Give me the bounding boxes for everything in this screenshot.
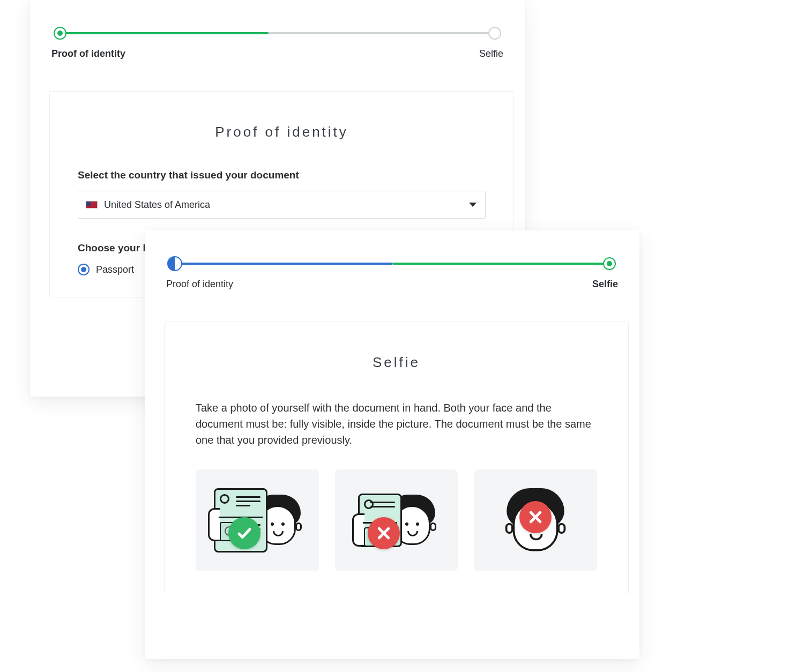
stepper-node-selfie-b[interactable] [603, 257, 616, 270]
check-icon [228, 517, 260, 549]
stepper-labels: Proof of identity Selfie [49, 48, 505, 59]
selfie-example-good [196, 469, 319, 571]
step-label-proof: Proof of identity [51, 48, 125, 59]
step-label-proof-b: Proof of identity [166, 279, 233, 290]
progress-stepper: Proof of identity Selfie [49, 24, 505, 72]
radio-selected-icon [78, 264, 90, 275]
cross-icon [368, 517, 400, 549]
selfie-example-bad-partial [335, 469, 458, 571]
panel-title: Proof of identity [78, 124, 486, 140]
stepper-labels-b: Proof of identity Selfie [164, 279, 620, 290]
stepper-fill-green [392, 263, 610, 265]
idtype-option-label: Passport [96, 264, 134, 275]
stepper-fill [60, 32, 269, 34]
progress-stepper-b: Proof of identity Selfie [164, 254, 620, 302]
selfie-panel-title: Selfie [196, 354, 597, 371]
selfie-panel: Selfie Take a photo of yourself with the… [164, 322, 629, 593]
stepper-track-b [175, 263, 609, 265]
selfie-instructions: Take a photo of yourself with the docume… [196, 400, 597, 448]
step-label-selfie-b: Selfie [592, 279, 618, 290]
country-selected-text: United States of America [104, 199, 210, 211]
country-select[interactable]: United States of America [78, 191, 486, 219]
stepper-track [60, 32, 495, 34]
stepper-node-proof-b[interactable] [167, 256, 182, 271]
country-field-label: Select the country that issued your docu… [78, 169, 486, 181]
stepper-node-proof[interactable] [54, 27, 66, 40]
flag-us-icon [86, 201, 98, 208]
selfie-card: Proof of identity Selfie Selfie Take a p… [145, 230, 639, 659]
stepper-fill-blue [175, 263, 392, 265]
stepper-node-selfie[interactable] [488, 27, 501, 40]
chevron-down-icon [469, 203, 477, 207]
selfie-example-bad-noid [474, 469, 597, 571]
cross-icon [519, 501, 552, 533]
selfie-examples-row [196, 469, 597, 571]
step-label-selfie: Selfie [479, 48, 503, 59]
